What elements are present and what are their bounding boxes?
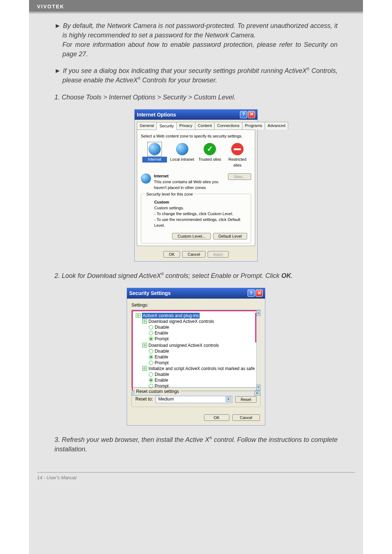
gear-icon: ⚙ [136, 313, 140, 318]
internet-options-dialog: Internet Options ? ✕ General Security Pr… [134, 109, 258, 262]
gear-icon: ⚙ [142, 366, 147, 371]
tree-node: Initialize and script ActiveX controls n… [148, 366, 255, 372]
page-header: VIVOTEK [29, 0, 363, 12]
ok-button[interactable]: OK [204, 414, 229, 421]
level-desc-2: - To change the settings, click Custom L… [154, 211, 247, 217]
step-3: 3. Refresh your web browser, then instal… [54, 435, 338, 454]
divider [29, 13, 363, 14]
paragraph-password-note: ► By default, the Network Camera is not … [54, 21, 338, 59]
close-icon[interactable]: ✕ [248, 111, 255, 118]
default-level-button[interactable]: Default Level [213, 233, 247, 239]
cancel-button[interactable]: Cancel [232, 414, 260, 421]
radio-icon[interactable] [149, 325, 153, 329]
radio-icon[interactable] [149, 331, 153, 335]
reset-fieldset: Reset custom settings Reset to: Medium ▾… [131, 391, 261, 407]
dialog-title: Security Settings [129, 290, 171, 297]
tab-general[interactable]: General [137, 122, 157, 130]
paragraph-activex-note: ► If you see a dialog box indicating tha… [54, 66, 338, 85]
sites-button[interactable]: Sites... [228, 173, 251, 180]
tabstrip: General Security Privacy Content Connect… [135, 120, 257, 130]
tab-security[interactable]: Security [156, 122, 177, 130]
globe-icon [141, 173, 151, 184]
radio-icon[interactable] [149, 337, 153, 341]
zone-prompt: Select a Web content zone to specify its… [141, 134, 251, 139]
forbidden-icon [231, 143, 244, 155]
tree-node: Download signed ActiveX controls [148, 319, 214, 324]
help-icon[interactable]: ? [248, 290, 255, 297]
security-tab-panel: Select a Web content zone to specify its… [137, 130, 255, 246]
footer-text: 14 - User's Manual [37, 475, 77, 480]
radio-icon[interactable] [149, 372, 153, 377]
tab-connections[interactable]: Connections [214, 122, 242, 130]
brand-name: VIVOTEK [37, 4, 64, 9]
tree-group: ActiveX controls and plug-ins [142, 313, 200, 319]
radio-icon[interactable] [149, 349, 153, 353]
check-icon: ✓ [204, 143, 216, 155]
manual-page: VIVOTEK ► By default, the Network Camera… [29, 0, 363, 554]
tab-content[interactable]: Content [195, 122, 215, 130]
dialog-titlebar[interactable]: Internet Options ? ✕ [135, 110, 257, 120]
combo-value: Medium [158, 396, 174, 402]
registered-mark: ® [209, 436, 212, 440]
settings-label: Settings: [131, 302, 261, 308]
fieldset-legend: Security level for this zone [145, 192, 194, 196]
tree-node: Download unsigned ActiveX controls [148, 342, 219, 348]
step-2: 2. Look for Download signed ActiveX® con… [54, 271, 338, 280]
level-desc-3: - To use the recommended settings, click… [154, 217, 247, 229]
zone-internet[interactable]: Internet [142, 143, 167, 168]
vertical-scrollbar[interactable]: ▲ ▼ [256, 310, 261, 390]
tab-advanced[interactable]: Advanced [265, 122, 288, 130]
dialog-title: Internet Options [137, 111, 176, 118]
apply-button[interactable]: Apply [208, 251, 229, 258]
content-area: ► By default, the Network Camera is not … [29, 21, 363, 454]
chevron-down-icon[interactable]: ▾ [226, 397, 231, 402]
zone-info-title: Internet [154, 173, 225, 179]
reset-button[interactable]: Reset [235, 396, 257, 403]
dialog-titlebar[interactable]: Security Settings ? ✕ [127, 288, 265, 298]
zone-restricted-sites[interactable]: Restricted sites [225, 143, 250, 168]
help-icon[interactable]: ? [240, 111, 247, 118]
radio-icon[interactable] [149, 361, 153, 365]
close-icon[interactable]: ✕ [256, 290, 263, 297]
step-1: 1. Choose Tools > Internet Options > Sec… [54, 93, 338, 102]
zone-trusted-sites[interactable]: ✓ Trusted sites [197, 143, 222, 168]
settings-listbox: ⚙ActiveX controls and plug-ins ⚙Download… [131, 310, 261, 387]
divider [37, 472, 355, 473]
custom-level-button[interactable]: Custom Level... [172, 233, 211, 239]
registered-mark: ® [138, 77, 140, 81]
page-footer: 14 - User's Manual [29, 461, 363, 480]
tab-programs[interactable]: Programs [242, 122, 265, 130]
radio-icon[interactable] [149, 378, 153, 382]
level-desc-1: Custom settings. [154, 205, 247, 211]
reset-label: Reset to: [135, 396, 153, 402]
cancel-button[interactable]: Cancel [182, 251, 205, 258]
gear-icon: ⚙ [142, 343, 147, 348]
reset-combo[interactable]: Medium ▾ [156, 396, 232, 403]
tab-privacy[interactable]: Privacy [176, 122, 195, 130]
scroll-up-icon[interactable]: ▲ [257, 310, 261, 316]
gear-icon: ⚙ [142, 319, 147, 324]
ok-button[interactable]: OK [163, 251, 180, 258]
zone-info-desc: This zone contains all Web sites you hav… [154, 179, 225, 191]
fieldset-legend: Reset custom settings [135, 389, 180, 395]
security-level-fieldset: Security level for this zone Custom Cust… [141, 194, 251, 244]
radio-icon[interactable] [149, 355, 153, 359]
scroll-down-icon[interactable]: ▼ [257, 385, 261, 390]
globe-icon [148, 143, 161, 155]
globe-icon [176, 143, 188, 155]
radio-icon[interactable] [149, 384, 153, 388]
zone-local-intranet[interactable]: Local intranet [170, 143, 195, 168]
registered-mark: ® [161, 272, 164, 276]
level-name: Custom [154, 200, 247, 205]
security-settings-dialog: Security Settings ? ✕ Settings: [127, 288, 265, 426]
settings-tree[interactable]: ⚙ActiveX controls and plug-ins ⚙Download… [132, 310, 256, 390]
